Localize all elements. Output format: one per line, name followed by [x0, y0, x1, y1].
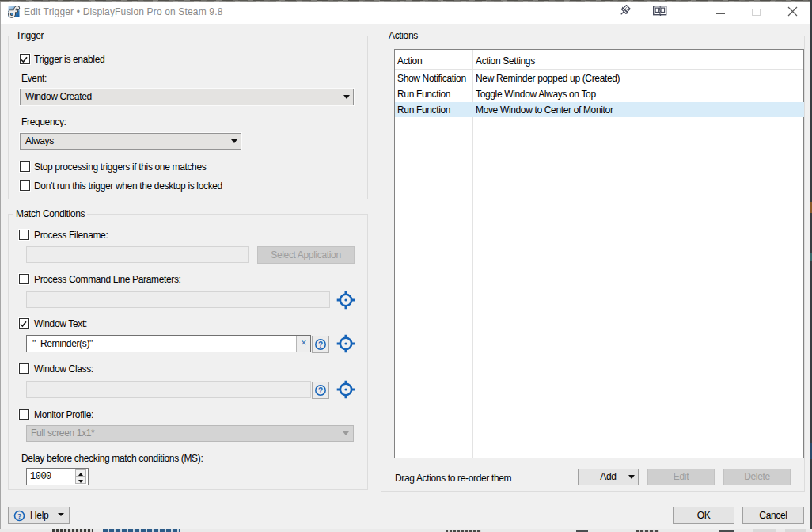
svg-text:?: ?	[318, 340, 323, 349]
svg-text:?: ?	[318, 386, 323, 395]
svg-text:?: ?	[17, 511, 22, 520]
